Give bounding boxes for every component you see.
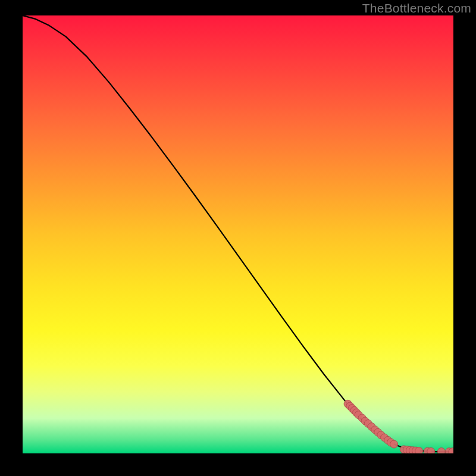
plot-area bbox=[23, 15, 453, 453]
curve-line bbox=[23, 15, 453, 452]
frame: TheBottleneck.com bbox=[0, 0, 476, 476]
svg-point-16 bbox=[390, 440, 398, 448]
chart-svg bbox=[23, 15, 453, 453]
svg-point-22 bbox=[415, 447, 423, 453]
svg-point-25 bbox=[437, 448, 445, 453]
watermark-text: TheBottleneck.com bbox=[362, 1, 471, 15]
svg-point-24 bbox=[427, 447, 435, 453]
